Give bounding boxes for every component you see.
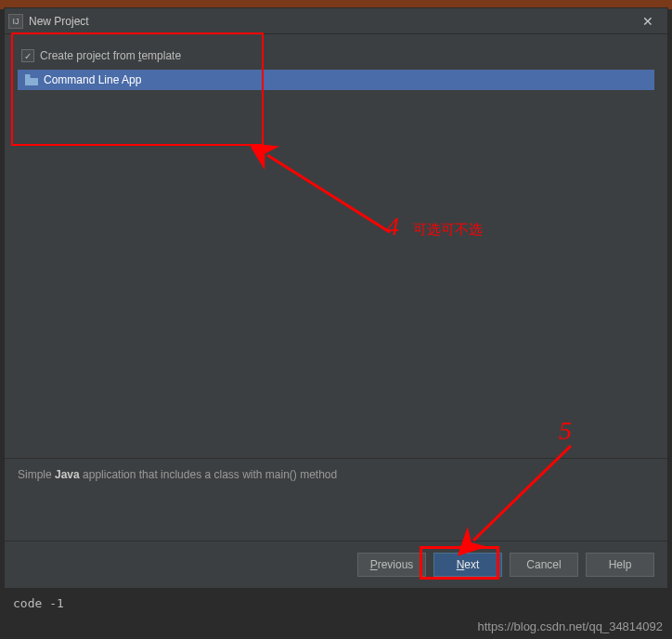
create-from-template-checkbox[interactable]: ✓: [21, 49, 34, 62]
template-description: Simple Java application that includes a …: [5, 458, 667, 541]
template-item-command-line-app[interactable]: Command Line App: [18, 70, 654, 90]
checkbox-label: Create project from template: [40, 49, 181, 62]
list-spacer: [18, 90, 654, 458]
button-row: Previous Next Cancel Help: [5, 541, 667, 588]
template-list: Command Line App: [18, 70, 654, 90]
cancel-button[interactable]: Cancel: [510, 553, 578, 577]
folder-icon: [25, 74, 38, 85]
console-output: code -1: [13, 596, 64, 610]
previous-button[interactable]: Previous: [357, 553, 426, 577]
dialog-title: New Project: [29, 15, 89, 28]
dialog-content: ✓ Create project from template Command L…: [5, 34, 667, 541]
new-project-dialog: IJ New Project ✕ ✓ Create project from t…: [4, 7, 668, 589]
close-icon: ✕: [642, 14, 653, 29]
next-button[interactable]: Next: [433, 553, 502, 577]
create-from-template-row[interactable]: ✓ Create project from template: [18, 44, 654, 70]
app-icon: IJ: [8, 14, 23, 29]
titlebar: IJ New Project ✕: [5, 8, 667, 34]
watermark: https://blog.csdn.net/qq_34814092: [478, 619, 664, 633]
help-button[interactable]: Help: [586, 553, 654, 577]
close-button[interactable]: ✕: [628, 8, 667, 34]
template-item-label: Command Line App: [44, 73, 141, 86]
